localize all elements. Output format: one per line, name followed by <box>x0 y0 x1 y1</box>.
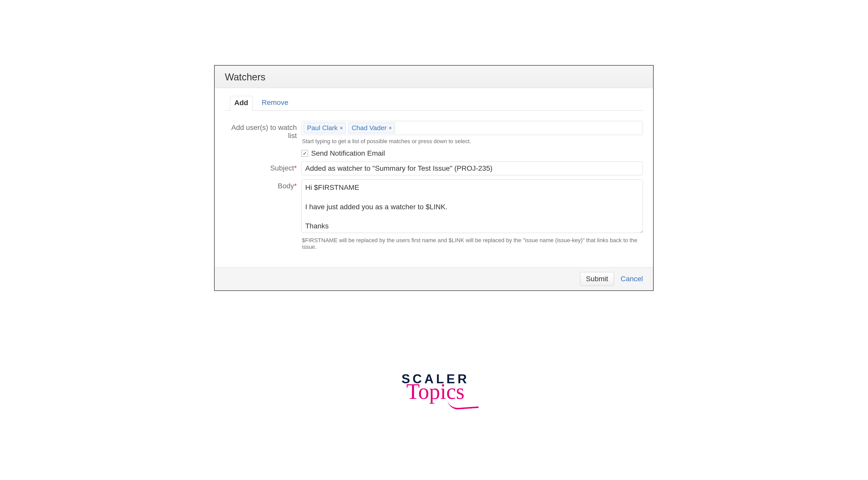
cancel-link[interactable]: Cancel <box>621 275 643 283</box>
user-multi-input[interactable]: Paul Clark × Chad Vader × <box>302 121 643 135</box>
send-notification-label: Send Notification Email <box>311 149 385 157</box>
dialog-header: Watchers <box>215 66 653 88</box>
form: Add user(s) to watch list Paul Clark × C… <box>225 121 643 250</box>
field-add-users: Paul Clark × Chad Vader × Start typing t… <box>302 121 643 157</box>
user-chip[interactable]: Chad Vader × <box>348 123 395 133</box>
label-add-users: Add user(s) to watch list <box>225 121 302 140</box>
dialog-body: Add Remove Add user(s) to watch list Pau… <box>215 88 653 267</box>
logo-line2: Topics <box>397 382 474 402</box>
dialog-footer: Submit Cancel <box>215 267 653 290</box>
close-icon[interactable]: × <box>340 125 343 131</box>
watchers-dialog: Watchers Add Remove Add user(s) to watch… <box>214 65 654 291</box>
dialog-title: Watchers <box>225 72 266 83</box>
field-subject <box>302 162 643 175</box>
row-add-users: Add user(s) to watch list Paul Clark × C… <box>225 121 643 157</box>
label-body: Body* <box>225 180 302 190</box>
help-body: $FIRSTNAME will be replaced by the users… <box>302 237 642 250</box>
scaler-topics-logo: SCALER Topics <box>397 372 474 402</box>
checkbox-icon[interactable]: ✓ <box>302 150 308 157</box>
user-chip-name: Chad Vader <box>352 124 386 132</box>
label-body-text: Body <box>278 182 294 190</box>
label-subject-text: Subject <box>270 164 294 172</box>
tab-add[interactable]: Add <box>230 96 252 111</box>
user-chip[interactable]: Paul Clark × <box>304 123 346 133</box>
required-icon: * <box>294 182 297 190</box>
label-subject: Subject* <box>225 162 302 172</box>
user-chip-name: Paul Clark <box>307 124 338 132</box>
close-icon[interactable]: × <box>389 125 392 131</box>
submit-button[interactable]: Submit <box>580 272 614 286</box>
tab-remove[interactable]: Remove <box>261 96 288 111</box>
send-notification-row[interactable]: ✓ Send Notification Email <box>302 149 643 157</box>
subject-input[interactable] <box>302 162 643 175</box>
row-subject: Subject* <box>225 162 643 175</box>
row-body: Body* $FIRSTNAME will be replaced by the… <box>225 180 643 250</box>
field-body: $FIRSTNAME will be replaced by the users… <box>302 180 643 250</box>
body-textarea[interactable] <box>302 180 643 233</box>
required-icon: * <box>294 164 297 172</box>
help-add-users: Start typing to get a list of possible m… <box>302 138 642 145</box>
tabs: Add Remove <box>225 96 643 111</box>
